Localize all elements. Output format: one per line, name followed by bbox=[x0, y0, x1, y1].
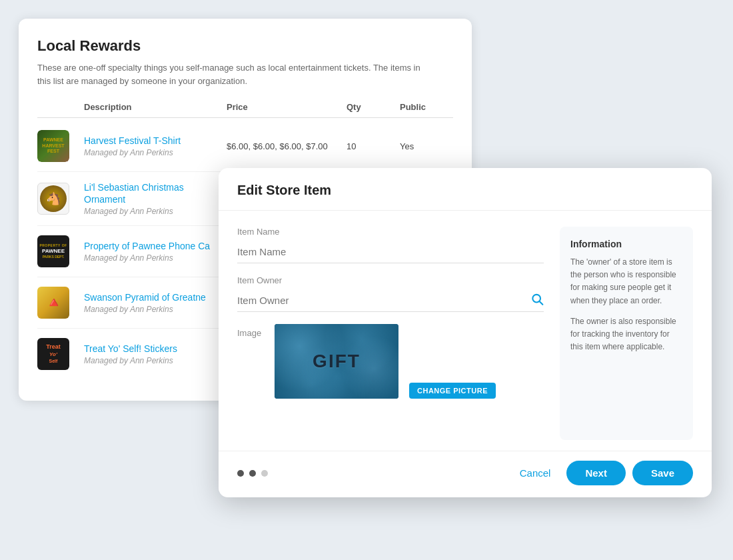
image-preview-text: GIFT bbox=[313, 351, 361, 372]
item-name-label: Item Name bbox=[237, 227, 544, 237]
item-name-group: Item Name bbox=[237, 227, 544, 263]
managed-by: Managed by Ann Perkins bbox=[84, 305, 227, 314]
item-thumbnail: 🐴 bbox=[37, 183, 69, 215]
image-preview: GIFT bbox=[275, 324, 398, 399]
managed-by: Managed by Ann Perkins bbox=[84, 253, 227, 263]
pagination-dot-1 bbox=[237, 470, 244, 477]
modal-body: Item Name Item Owner Ima bbox=[219, 211, 712, 451]
managed-by: Managed by Ann Perkins bbox=[84, 207, 227, 216]
image-label: Image bbox=[237, 328, 264, 338]
modal-form: Item Name Item Owner Ima bbox=[237, 227, 560, 440]
modal-actions: Cancel Next Save bbox=[510, 461, 693, 485]
image-section: Image GIFT CHANGE PICTURE bbox=[237, 324, 544, 399]
pagination-dot-2 bbox=[249, 470, 256, 477]
edit-store-item-modal: Edit Store Item Item Name Item Owner bbox=[219, 168, 712, 497]
item-thumbnail: Treat Yo' Self bbox=[37, 338, 69, 370]
item-name-input[interactable] bbox=[237, 241, 544, 263]
col-public: Public bbox=[400, 102, 453, 112]
owner-search-button[interactable] bbox=[530, 293, 544, 309]
table-header: Description Price Qty Public bbox=[37, 102, 453, 118]
card-subtitle: These are one-off specialty things you s… bbox=[37, 61, 424, 87]
item-info: Harvest Festival T-Shirt Managed by Ann … bbox=[84, 135, 227, 157]
sidebar-para1: The 'owner' of a store item is the perso… bbox=[570, 256, 682, 307]
sidebar-title: Information bbox=[570, 239, 682, 249]
managed-by: Managed by Ann Perkins bbox=[84, 148, 227, 157]
item-name-link[interactable]: Property of Pawnee Phone Ca bbox=[84, 241, 210, 251]
item-info: Property of Pawnee Phone Ca Managed by A… bbox=[84, 240, 227, 263]
item-thumbnail: PAWNEEHARVESTFEST bbox=[37, 130, 69, 162]
change-picture-button[interactable]: CHANGE PICTURE bbox=[409, 383, 496, 399]
managed-by: Managed by Ann Perkins bbox=[84, 356, 227, 365]
col-price: Price bbox=[227, 102, 347, 112]
item-public: Yes bbox=[400, 141, 453, 151]
sidebar-para2: The owner is also responsible for tracki… bbox=[570, 315, 682, 354]
modal-footer: Cancel Next Save bbox=[219, 451, 712, 497]
next-button[interactable]: Next bbox=[566, 461, 626, 485]
item-info: Treat Yo' Self! Stickers Managed by Ann … bbox=[84, 343, 227, 365]
item-name-link[interactable]: Li'l Sebastian Christmas Ornament bbox=[84, 182, 184, 205]
item-info: Swanson Pyramid of Greatne Managed by An… bbox=[84, 291, 227, 314]
col-qty: Qty bbox=[347, 102, 400, 112]
card-title: Local Rewards bbox=[37, 37, 453, 55]
item-thumbnail: PROPERTY OF PAWNEE PARKS DEPT. bbox=[37, 235, 69, 267]
item-owner-label: Item Owner bbox=[237, 275, 544, 285]
item-qty: 10 bbox=[347, 141, 400, 151]
item-owner-group: Item Owner bbox=[237, 275, 544, 312]
item-name-link[interactable]: Treat Yo' Self! Stickers bbox=[84, 343, 177, 354]
item-thumbnail: 🔺 bbox=[37, 287, 69, 319]
table-row: PAWNEEHARVESTFEST Harvest Festival T-Shi… bbox=[37, 121, 453, 172]
save-button[interactable]: Save bbox=[632, 461, 693, 485]
item-name-link[interactable]: Harvest Festival T-Shirt bbox=[84, 135, 181, 146]
item-name-link[interactable]: Swanson Pyramid of Greatne bbox=[84, 292, 206, 303]
modal-sidebar: Information The 'owner' of a store item … bbox=[560, 227, 693, 440]
modal-header: Edit Store Item bbox=[219, 168, 712, 211]
cancel-button[interactable]: Cancel bbox=[510, 461, 560, 485]
col-thumb bbox=[37, 102, 84, 112]
item-price: $6.00, $6.00, $6.00, $7.00 bbox=[227, 141, 347, 151]
pagination-dot-3 bbox=[261, 470, 268, 477]
col-description: Description bbox=[84, 102, 227, 112]
item-owner-input[interactable] bbox=[237, 289, 544, 312]
pagination-dots bbox=[237, 470, 268, 477]
item-info: Li'l Sebastian Christmas Ornament Manage… bbox=[84, 181, 227, 216]
svg-line-1 bbox=[540, 301, 543, 305]
modal-title: Edit Store Item bbox=[237, 183, 693, 198]
owner-input-wrap bbox=[237, 289, 544, 312]
